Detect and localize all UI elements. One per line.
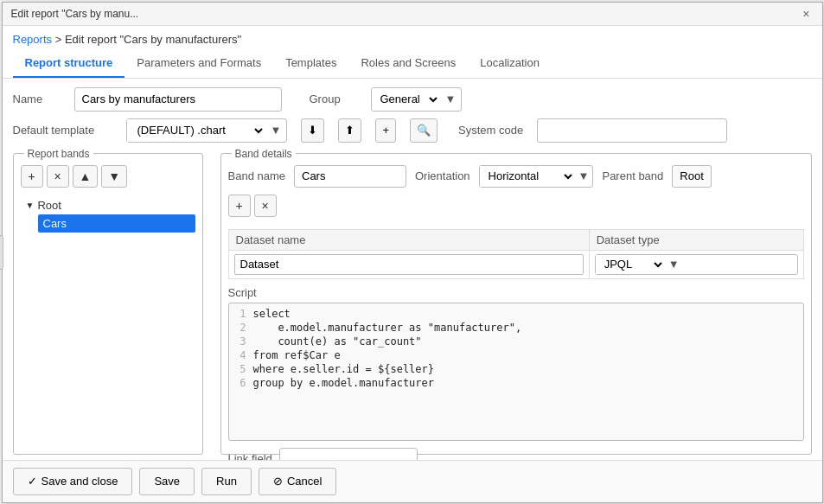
band-details-legend: Band details (232, 148, 296, 160)
tree-arrow-icon: ▼ (26, 201, 35, 210)
report-bands-legend: Report bands (24, 148, 93, 160)
script-box[interactable]: 1 select 2 e.model.manufacturer as "manu… (228, 303, 804, 441)
tab-templates[interactable]: Templates (273, 49, 348, 78)
group-select[interactable]: General (372, 88, 440, 111)
orientation-label: Orientation (415, 169, 470, 182)
dataset-type-select-wrap[interactable]: JPQL SQL Groovy ▼ (595, 254, 798, 275)
bands-toolbar: + × ▲ ▼ (21, 165, 195, 188)
report-bands-panel: Report bands + × ▲ ▼ ▼ Root Cars (13, 148, 203, 455)
dataset-name-input[interactable] (234, 254, 584, 275)
link-field-section: Link field (228, 448, 804, 460)
tree-area: ▼ Root Cars (21, 193, 195, 233)
datasets-toolbar: + × (228, 195, 804, 217)
footer: ✓ Save and close Save Run ⊘ Cancel (3, 460, 822, 502)
template-add-btn[interactable]: + (375, 118, 396, 143)
tab-localization[interactable]: Localization (468, 49, 552, 78)
template-upload-btn[interactable]: ⬆ (338, 118, 361, 143)
line-code-6: group by e.model.manufacturer (253, 377, 435, 389)
orientation-select-wrap[interactable]: Horizontal Vertical Cross ▼ (479, 165, 594, 188)
parent-band-value: Root (672, 165, 711, 188)
breadcrumb-current: Edit report "Cars by manufacturers" (65, 33, 241, 46)
remove-band-btn[interactable]: × (47, 165, 69, 188)
template-select-wrap[interactable]: (DEFAULT) .chart ▼ (126, 118, 288, 143)
band-name-input[interactable] (294, 165, 406, 188)
dataset-name-cell (228, 250, 589, 278)
check-icon: ✓ (28, 475, 37, 488)
script-line-1: 1 select (229, 307, 803, 321)
default-template-label: Default template (13, 124, 112, 137)
line-code-2: e.model.manufacturer as "manufacturer", (253, 322, 522, 334)
template-download-btn[interactable]: ⬇ (301, 118, 324, 143)
move-down-band-btn[interactable]: ▼ (101, 165, 127, 188)
script-label: Script (228, 286, 804, 299)
tab-roles-screens[interactable]: Roles and Screens (348, 49, 468, 78)
script-section: Script 1 select 2 e.model.manufacturer a… (228, 286, 804, 441)
save-close-button[interactable]: ✓ Save and close (13, 468, 133, 495)
name-group-row: Name Group General ▼ (13, 87, 812, 112)
collapse-handle[interactable]: › (3, 235, 4, 270)
tab-parameters-formats[interactable]: Parameters and Formats (125, 49, 273, 78)
group-label: Group (310, 93, 357, 105)
name-label: Name (13, 93, 61, 105)
form-area: Name Group General ▼ Default template (D… (3, 79, 822, 148)
line-code-5: where e.seller.id = ${seller} (253, 363, 435, 375)
line-code-3: count(e) as "car_count" (253, 335, 422, 348)
run-button[interactable]: Run (201, 468, 252, 495)
cancel-label: Cancel (287, 475, 322, 488)
save-close-label: Save and close (42, 475, 118, 488)
name-input[interactable] (74, 87, 282, 112)
table-row: JPQL SQL Groovy ▼ (228, 250, 803, 278)
move-up-band-btn[interactable]: ▲ (73, 165, 99, 188)
band-name-label: Band name (228, 169, 286, 182)
close-icon[interactable]: × (799, 7, 813, 21)
cancel-button[interactable]: ⊘ Cancel (259, 468, 336, 495)
orientation-select[interactable]: Horizontal Vertical Cross (480, 166, 575, 187)
dataset-type-cell: JPQL SQL Groovy ▼ (589, 250, 803, 278)
tabs-bar: Report structure Parameters and Formats … (3, 49, 822, 79)
breadcrumb-link[interactable]: Reports (13, 33, 53, 46)
script-line-4: 4 from ref$Car e (229, 348, 803, 362)
dataset-table: Dataset name Dataset type (228, 229, 804, 279)
line-num-5: 5 (229, 363, 253, 375)
datasets-area: Dataset name Dataset type (228, 229, 804, 279)
cancel-icon: ⊘ (273, 475, 283, 488)
tree-item-cars[interactable]: Cars (38, 214, 195, 233)
band-details-panel: Band details Band name Orientation Horiz… (220, 148, 812, 455)
system-code-input[interactable] (537, 118, 727, 143)
col-dataset-name: Dataset name (228, 229, 589, 250)
save-button[interactable]: Save (139, 468, 195, 495)
remove-dataset-btn[interactable]: × (254, 195, 277, 217)
tab-report-structure[interactable]: Report structure (13, 49, 125, 78)
script-line-6: 6 group by e.model.manufacturer (229, 376, 803, 390)
line-num-2: 2 (229, 322, 253, 334)
breadcrumb: Reports > Edit report "Cars by manufactu… (3, 26, 822, 49)
line-code-4: from ref$Car e (253, 349, 341, 361)
main-window: Edit report "Cars by manu... × Reports >… (2, 2, 823, 503)
template-select[interactable]: (DEFAULT) .chart (127, 119, 265, 142)
script-line-2: 2 e.model.manufacturer as "manufacturer"… (229, 321, 803, 335)
template-syscode-row: Default template (DEFAULT) .chart ▼ ⬇ ⬆ … (13, 118, 812, 143)
add-dataset-btn[interactable]: + (228, 195, 251, 217)
script-line-3: 3 count(e) as "car_count" (229, 335, 803, 348)
script-line-5: 5 where e.seller.id = ${seller} (229, 362, 803, 376)
main-content: Report bands + × ▲ ▼ ▼ Root Cars (3, 148, 822, 460)
window-title: Edit report "Cars by manu... (11, 8, 793, 20)
link-field-input[interactable] (279, 448, 418, 460)
tree-item-cars-label: Cars (43, 217, 67, 230)
line-code-1: select (253, 308, 291, 320)
line-num-6: 6 (229, 377, 253, 389)
band-header-row: Band name Orientation Horizontal Vertica… (228, 165, 804, 188)
line-num-4: 4 (229, 349, 253, 361)
line-num-3: 3 (229, 335, 253, 348)
tree-root-item[interactable]: ▼ Root (21, 196, 195, 214)
template-search-btn[interactable]: 🔍 (410, 118, 438, 143)
band-details-content: Band name Orientation Horizontal Vertica… (228, 165, 804, 460)
group-select-wrap[interactable]: General ▼ (371, 87, 463, 112)
col-dataset-type: Dataset type (589, 229, 803, 250)
breadcrumb-separator: > (55, 33, 62, 46)
dataset-type-select[interactable]: JPQL SQL Groovy (596, 255, 665, 274)
title-bar: Edit report "Cars by manu... × (3, 3, 822, 26)
add-band-btn[interactable]: + (21, 165, 43, 188)
link-field-label: Link field (228, 452, 272, 460)
system-code-label: System code (458, 124, 523, 137)
